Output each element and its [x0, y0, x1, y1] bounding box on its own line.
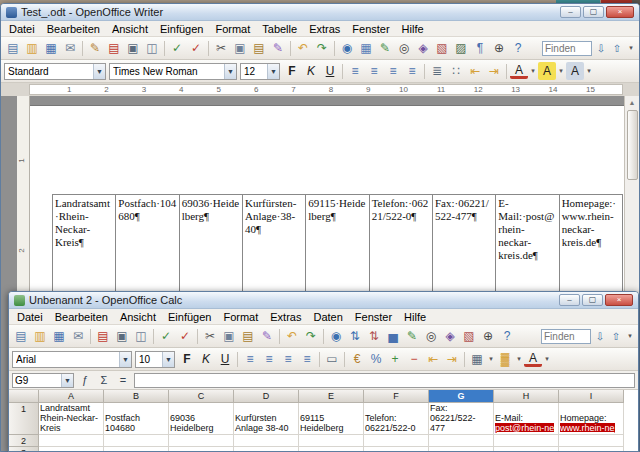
background-color-dropdown[interactable]: ▾	[585, 62, 593, 80]
spreadsheet-cell[interactable]	[39, 435, 104, 447]
background-color-icon[interactable]: ▓	[496, 350, 514, 368]
row-header[interactable]: 1	[9, 403, 39, 435]
merge-cells-icon[interactable]: ▭	[323, 350, 341, 368]
numbered-list-icon[interactable]: ≣	[428, 62, 446, 80]
underline-button[interactable]: U	[321, 62, 339, 80]
help-icon[interactable]: ?	[509, 39, 527, 57]
column-header[interactable]: G	[429, 390, 494, 403]
open-icon[interactable]: ▥	[23, 39, 41, 57]
font-name-combo[interactable]: Arial ▼	[12, 351, 132, 368]
column-header[interactable]: B	[104, 390, 169, 403]
font-size-combo[interactable]: 10 ▼	[135, 351, 175, 368]
autospellcheck-icon[interactable]: ✓	[187, 39, 205, 57]
spreadsheet-cell[interactable]: Fax: 06221/522- 477	[429, 403, 494, 435]
hyperlink-icon[interactable]: ◉	[338, 39, 356, 57]
sum-icon[interactable]: Σ	[96, 373, 112, 388]
cut-icon[interactable]: ✂	[212, 39, 230, 57]
calc-titlebar[interactable]: Unbenannt 2 - OpenOffice Calc – ▢ ×	[9, 292, 638, 309]
spreadsheet-cell[interactable]: 69036 Heidelberg	[169, 403, 234, 435]
new-document-icon[interactable]: ▤	[4, 39, 22, 57]
undo-icon[interactable]: ↶	[294, 39, 312, 57]
menu-item[interactable]: Hilfe	[396, 22, 430, 36]
background-color-dropdown[interactable]: ▾	[515, 350, 523, 368]
chevron-down-icon[interactable]: ▼	[119, 352, 131, 367]
spreadsheet-cell[interactable]	[39, 447, 104, 451]
email-icon[interactable]: ✉	[61, 39, 79, 57]
spreadsheet-cell[interactable]: Homepage: www.rhein-ne	[559, 403, 624, 435]
redo-icon[interactable]: ↷	[302, 327, 320, 345]
maximize-button[interactable]: ▢	[583, 6, 604, 18]
paragraph-style-combo[interactable]: Standard ▼	[4, 63, 106, 80]
decrease-indent-icon[interactable]: ⇤	[466, 62, 484, 80]
spreadsheet-cell[interactable]: Telefon: 06221/522-0	[364, 403, 429, 435]
font-size-combo[interactable]: 12 ▼	[240, 63, 280, 80]
column-header[interactable]: D	[234, 390, 299, 403]
menu-item[interactable]: Bearbeiten	[49, 310, 114, 324]
spreadsheet-cell[interactable]	[299, 447, 364, 451]
email-icon[interactable]: ✉	[69, 327, 87, 345]
find-input[interactable]	[542, 41, 592, 56]
column-header[interactable]: E	[299, 390, 364, 403]
spreadsheet-cell[interactable]	[494, 435, 559, 447]
find-replace-icon[interactable]: ◎	[395, 39, 413, 57]
help-icon[interactable]: ?	[498, 327, 516, 345]
new-document-icon[interactable]: ▤	[12, 327, 30, 345]
spreadsheet-cell[interactable]	[364, 447, 429, 451]
page-preview-icon[interactable]: ◫	[132, 327, 150, 345]
toolbar-overflow-icon[interactable]: ▾	[625, 332, 635, 340]
justify-icon[interactable]: ≡	[403, 62, 421, 80]
writer-titlebar[interactable]: Test_.odt - OpenOffice Writer – ▢ ×	[1, 4, 639, 21]
open-icon[interactable]: ▥	[31, 327, 49, 345]
row-header[interactable]: 3	[9, 447, 39, 451]
menu-item[interactable]: Fenster	[346, 22, 395, 36]
cell-reference-box[interactable]: ▼	[12, 373, 74, 388]
print-icon[interactable]: ▣	[124, 39, 142, 57]
hyperlink-icon[interactable]: ◉	[327, 327, 345, 345]
spreadsheet-cell[interactable]	[429, 447, 494, 451]
spellcheck-icon[interactable]: ✓	[157, 327, 175, 345]
find-next-icon[interactable]: ⇩	[593, 328, 607, 344]
navigator-icon[interactable]: ◈	[414, 39, 432, 57]
menu-item[interactable]: Format	[209, 22, 256, 36]
cell-hyperlink[interactable]: post@rhein-ne	[495, 423, 554, 433]
save-icon[interactable]: ▦	[42, 39, 60, 57]
align-center-icon[interactable]: ≡	[260, 350, 278, 368]
close-button[interactable]: ×	[605, 294, 633, 306]
spreadsheet-cell[interactable]	[104, 435, 169, 447]
export-pdf-icon[interactable]: ▤	[105, 39, 123, 57]
menu-item[interactable]: Daten	[307, 310, 348, 324]
redo-icon[interactable]: ↷	[313, 39, 331, 57]
sort-descending-icon[interactable]: ⇅	[365, 327, 383, 345]
menu-item[interactable]: Extras	[264, 310, 307, 324]
zoom-icon[interactable]: ⊕	[490, 39, 508, 57]
add-decimal-icon[interactable]: +	[386, 350, 404, 368]
align-right-icon[interactable]: ≡	[279, 350, 297, 368]
insert-chart-icon[interactable]: ▅	[384, 327, 402, 345]
align-left-icon[interactable]: ≡	[346, 62, 364, 80]
bullet-list-icon[interactable]: ∷	[447, 62, 465, 80]
menu-item[interactable]: Ansicht	[114, 310, 162, 324]
menu-item[interactable]: Einfügen	[154, 22, 209, 36]
spreadsheet-cell[interactable]	[169, 447, 234, 451]
column-header[interactable]: H	[494, 390, 559, 403]
page-preview-icon[interactable]: ◫	[143, 39, 161, 57]
paste-icon[interactable]: ▤	[250, 39, 268, 57]
highlighting-icon[interactable]: A	[538, 62, 556, 80]
close-button[interactable]: ×	[606, 6, 634, 18]
minimize-button[interactable]: –	[560, 6, 581, 18]
spreadsheet-cell[interactable]	[104, 447, 169, 451]
italic-button[interactable]: K	[302, 62, 320, 80]
formula-input-line[interactable]	[134, 373, 635, 388]
decrease-indent-icon[interactable]: ⇤	[424, 350, 442, 368]
menu-item[interactable]: Ansicht	[106, 22, 154, 36]
autospellcheck-icon[interactable]: ✓	[176, 327, 194, 345]
increase-indent-icon[interactable]: ⇥	[443, 350, 461, 368]
spreadsheet-cell[interactable]	[299, 435, 364, 447]
draw-functions-icon[interactable]: ✎	[403, 327, 421, 345]
menu-item[interactable]: Format	[217, 310, 264, 324]
bold-button[interactable]: F	[178, 350, 196, 368]
menu-item[interactable]: Einfügen	[162, 310, 217, 324]
spreadsheet-cell[interactable]: Postfach 104680	[104, 403, 169, 435]
save-icon[interactable]: ▦	[50, 327, 68, 345]
datasources-icon[interactable]: ▨	[452, 39, 470, 57]
